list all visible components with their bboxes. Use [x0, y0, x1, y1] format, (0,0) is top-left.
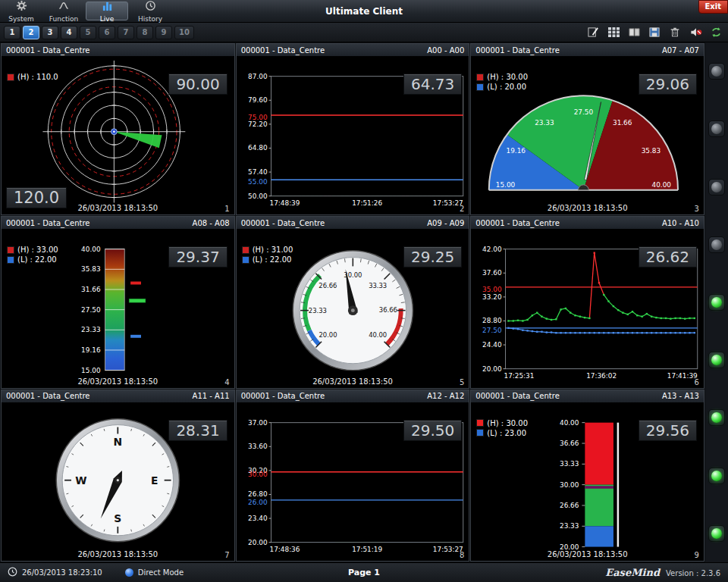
svg-text:33.33: 33.33: [560, 460, 579, 468]
panel-body: 42.0037.6033.2028.8024.4020.0035.0027.50…: [471, 230, 704, 387]
led-lamp-icon: [711, 528, 722, 539]
svg-text:24.40: 24.40: [482, 341, 502, 349]
led-indicator-1[interactable]: [705, 42, 728, 100]
tab-9[interactable]: 9: [155, 26, 172, 39]
svg-text:30.00: 30.00: [248, 470, 268, 477]
tab-2[interactable]: 2: [23, 26, 39, 39]
toolbar-button-label: Live: [100, 15, 114, 23]
svg-text:33.20: 33.20: [482, 293, 502, 301]
led-bezel: [708, 525, 725, 542]
panel-5: 000001 - Data_Centre A09 - A09 20.0023.3…: [236, 216, 470, 388]
panel-legend: (H) : 31.00(L) : 22.00: [242, 246, 293, 264]
svg-text:17:48:36: 17:48:36: [269, 546, 300, 553]
svg-text:50.00: 50.00: [248, 192, 268, 200]
toolbar-button-function[interactable]: Function: [42, 0, 85, 22]
value-display: 29.56: [639, 420, 697, 441]
toolbar-button-label: History: [138, 15, 162, 23]
svg-text:37.00: 37.00: [248, 418, 268, 426]
panel-body: NESW 28.31 26/03/2013 18:13:50 7: [2, 403, 234, 561]
svg-text:17:51:26: 17:51:26: [352, 199, 382, 207]
svg-text:36.66: 36.66: [560, 440, 579, 447]
led-indicator-2[interactable]: [705, 100, 728, 158]
tab-5[interactable]: 5: [80, 26, 96, 39]
value-display: 28.31: [168, 420, 227, 441]
svg-text:S: S: [114, 512, 121, 524]
save-icon[interactable]: [646, 25, 663, 40]
panel-title: 000001 - Data_Centre: [475, 219, 559, 227]
led-lamp-icon: [711, 239, 722, 250]
led-indicator-8[interactable]: [705, 447, 728, 505]
svg-text:55.00: 55.00: [248, 178, 268, 186]
tab-10[interactable]: 10: [174, 26, 194, 39]
legend-swatch: [242, 246, 249, 254]
tab-6[interactable]: 6: [99, 26, 115, 39]
svg-text:17:41:39: 17:41:39: [667, 373, 698, 380]
tab-3[interactable]: 3: [42, 26, 58, 39]
edit-icon[interactable]: [585, 25, 601, 40]
toolbar-button-label: Function: [49, 15, 78, 23]
gear-icon: [16, 0, 27, 14]
value-display: 90.00: [168, 74, 227, 95]
panel-grid: 000001 - Data_Centre (H) : 110.0 90.00 1…: [0, 42, 705, 562]
tab-1[interactable]: 1: [4, 26, 20, 39]
legend-label: (L) : 20.00: [487, 83, 526, 91]
legend-item: (H) : 33.00: [7, 246, 58, 254]
status-datetime: 26/03/2013 18:23:10: [22, 568, 102, 577]
value-display: 29.06: [639, 74, 697, 95]
panel-header: 000001 - Data_Centre A13 - A13: [471, 390, 704, 403]
panel-channel: A07 - A07: [662, 46, 699, 55]
svg-text:23.33: 23.33: [308, 307, 326, 314]
panel-legend: (H) : 30.00(L) : 23.00: [476, 419, 528, 437]
led-indicator-4[interactable]: [705, 216, 728, 274]
toolbar-button-history[interactable]: History: [129, 0, 171, 22]
value-display: 29.37: [168, 246, 227, 268]
status-mode: Direct Mode: [138, 568, 184, 577]
panel-body: 15.0019.1623.3327.5031.6635.8340.00 (H) …: [471, 57, 704, 214]
svg-text:31.66: 31.66: [81, 286, 101, 293]
panel-body: 40.0035.8331.6627.5023.3319.1615.00 (H) …: [2, 230, 234, 387]
exit-button[interactable]: Exit: [698, 0, 728, 14]
led-bezel: [708, 468, 725, 484]
panel-title: 000001 - Data_Centre: [475, 392, 559, 400]
panel-header: 000001 - Data_Centre A07 - A07: [471, 44, 704, 57]
tab-4[interactable]: 4: [61, 26, 77, 39]
svg-text:23.33: 23.33: [81, 327, 100, 334]
alarm-icon[interactable]: [687, 25, 704, 40]
svg-text:27.50: 27.50: [482, 327, 502, 334]
alarm-led-strip: [705, 42, 728, 562]
svg-text:72.20: 72.20: [248, 120, 268, 128]
led-indicator-9[interactable]: [705, 505, 728, 562]
value-display: 64.73: [403, 74, 462, 95]
svg-text:37.60: 37.60: [482, 270, 502, 277]
panel-header: 000001 - Data_Centre: [2, 44, 234, 57]
panel-legend: (H) : 30.00(L) : 20.00: [476, 73, 528, 91]
svg-text:33.33: 33.33: [369, 282, 387, 289]
panel-body: 37.0033.6030.2026.8023.4020.0030.0026.00…: [237, 403, 469, 561]
panel-index: 1: [224, 205, 229, 213]
panel-header: 000001 - Data_Centre A08 - A08: [2, 217, 234, 230]
panel-index: 4: [224, 378, 229, 386]
trash-icon[interactable]: [667, 25, 683, 40]
led-indicator-6[interactable]: [705, 331, 728, 389]
led-indicator-3[interactable]: [705, 158, 728, 215]
panel-index: 8: [460, 551, 464, 559]
book-icon[interactable]: [626, 25, 642, 40]
legend-item: (L) : 23.00: [476, 429, 528, 437]
panel-channel: A13 - A13: [662, 392, 699, 400]
led-indicator-7[interactable]: [705, 389, 728, 446]
tab-7[interactable]: 7: [118, 26, 134, 39]
svg-text:40.00: 40.00: [652, 181, 672, 189]
toolbar-button-system[interactable]: System: [0, 0, 42, 22]
tab-8[interactable]: 8: [136, 26, 153, 39]
led-indicator-5[interactable]: [705, 274, 728, 331]
sync-icon[interactable]: [708, 25, 724, 40]
svg-text:31.66: 31.66: [613, 119, 632, 127]
legend-item: (H) : 30.00: [476, 419, 528, 427]
legend-label: (H) : 30.00: [487, 73, 528, 81]
svg-text:E: E: [151, 474, 158, 486]
toolbar-button-live[interactable]: Live: [86, 2, 128, 20]
panel-channel: A10 - A10: [662, 219, 699, 227]
svg-text:36.66: 36.66: [378, 307, 397, 314]
grid-icon[interactable]: [605, 25, 622, 40]
panel-index: 9: [695, 551, 699, 559]
